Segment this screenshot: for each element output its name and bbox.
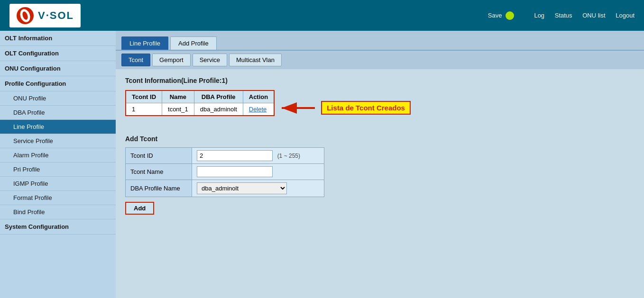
- sidebar-item-onu-profile[interactable]: ONU Profile: [0, 91, 116, 106]
- vsol-logo-icon: [16, 7, 34, 25]
- sidebar: OLT Information OLT Configuration ONU Co…: [0, 31, 116, 298]
- subtab-gemport[interactable]: Gemport: [152, 54, 191, 66]
- tab-add-profile[interactable]: Add Profile: [170, 36, 217, 50]
- col-header-dba-profile: DBA Profile: [194, 90, 243, 103]
- cell-dba-profile: dba_adminolt: [194, 103, 243, 116]
- save-label[interactable]: Save: [488, 12, 502, 19]
- content-area: Line Profile Add Profile Tcont Gemport S…: [116, 31, 644, 298]
- annotation-label: Lista de Tcont Creados: [321, 101, 411, 115]
- cell-action: Delete: [243, 103, 274, 116]
- status-indicator: [506, 11, 514, 20]
- sidebar-item-olt-information[interactable]: OLT Information: [0, 31, 116, 46]
- logout-link[interactable]: Logout: [616, 12, 635, 19]
- sub-tabs-bar: Tcont Gemport Service Multicast Vlan: [116, 51, 644, 69]
- table-annotation-row: Tcont ID Name DBA Profile Action 1 tcont…: [125, 90, 635, 126]
- logo-text: V·SOL: [38, 9, 74, 22]
- sidebar-item-bind-profile[interactable]: Bind Profile: [0, 205, 116, 219]
- sidebar-item-alarm-profile[interactable]: Alarm Profile: [0, 148, 116, 163]
- tcont-info-title: Tcont Information(Line Profile:1): [125, 77, 635, 84]
- sidebar-item-pri-profile[interactable]: Pri Profile: [0, 163, 116, 177]
- delete-link[interactable]: Delete: [249, 106, 267, 113]
- tcont-name-input[interactable]: [197, 166, 273, 177]
- col-header-name: Name: [162, 90, 194, 103]
- sidebar-item-dba-profile[interactable]: DBA Profile: [0, 106, 116, 120]
- form-cell-tcont-id: (1 ~ 255): [192, 148, 324, 164]
- status-link[interactable]: Status: [555, 12, 572, 19]
- cell-tcont-id: 1: [126, 103, 162, 116]
- tcont-table: Tcont ID Name DBA Profile Action 1 tcont…: [125, 90, 275, 116]
- tcont-id-input[interactable]: [197, 150, 273, 161]
- form-row-tcont-id: Tcont ID (1 ~ 255): [126, 148, 324, 164]
- form-label-tcont-id: Tcont ID: [126, 148, 192, 164]
- arrow-icon: [279, 101, 317, 115]
- sidebar-item-onu-configuration[interactable]: ONU Configuration: [0, 61, 116, 76]
- subtab-tcont[interactable]: Tcont: [121, 54, 150, 66]
- header-save-area: Save: [488, 11, 515, 20]
- main-layout: OLT Information OLT Configuration ONU Co…: [0, 31, 644, 298]
- logo-area: V·SOL: [9, 4, 81, 27]
- arrow-annotation: Lista de Tcont Creados: [279, 101, 411, 115]
- sidebar-item-system-configuration[interactable]: System Configuration: [0, 219, 116, 235]
- dba-profile-select[interactable]: dba_adminolt: [197, 182, 287, 194]
- sidebar-item-profile-configuration[interactable]: Profile Configuration: [0, 76, 116, 91]
- col-header-tcont-id: Tcont ID: [126, 90, 162, 103]
- form-cell-dba-profile: dba_adminolt: [192, 180, 324, 197]
- table-row: 1 tcont_1 dba_adminolt Delete: [126, 103, 274, 116]
- form-cell-tcont-name: [192, 164, 324, 180]
- sidebar-item-format-profile[interactable]: Format Profile: [0, 191, 116, 205]
- form-label-dba-profile: DBA Profile Name: [126, 180, 192, 197]
- content-body-wrapper: Tcont Information(Line Profile:1) Tcont …: [125, 77, 635, 215]
- col-header-action: Action: [243, 90, 274, 103]
- cell-name: tcont_1: [162, 103, 194, 116]
- sidebar-item-olt-configuration[interactable]: OLT Configuration: [0, 46, 116, 61]
- sidebar-item-line-profile[interactable]: Line Profile: [0, 120, 116, 134]
- form-label-tcont-name: Tcont Name: [126, 164, 192, 180]
- header-nav-links: Log Status ONU list Logout: [525, 12, 635, 19]
- tab-line-profile[interactable]: Line Profile: [121, 36, 168, 50]
- top-tabs-bar: Line Profile Add Profile: [116, 31, 644, 51]
- header-right: Save Log Status ONU list Logout: [488, 11, 635, 20]
- sidebar-item-igmp-profile[interactable]: IGMP Profile: [0, 177, 116, 191]
- add-tcont-title: Add Tcont: [125, 135, 635, 143]
- sidebar-item-service-profile[interactable]: Service Profile: [0, 134, 116, 148]
- tcont-id-hint: (1 ~ 255): [277, 153, 300, 159]
- form-row-dba-profile: DBA Profile Name dba_adminolt: [126, 180, 324, 197]
- content-body: Tcont Information(Line Profile:1) Tcont …: [116, 69, 644, 222]
- form-row-tcont-name: Tcont Name: [126, 164, 324, 180]
- add-tcont-form: Tcont ID (1 ~ 255) Tcont Name DBA Pr: [125, 147, 324, 197]
- subtab-service[interactable]: Service: [193, 54, 227, 66]
- log-link[interactable]: Log: [534, 12, 544, 19]
- add-tcont-button[interactable]: Add: [125, 202, 154, 215]
- subtab-multicast-vlan[interactable]: Multicast Vlan: [229, 54, 282, 66]
- app-header: V·SOL Save Log Status ONU list Logout: [0, 0, 644, 31]
- onu-list-link[interactable]: ONU list: [582, 12, 605, 19]
